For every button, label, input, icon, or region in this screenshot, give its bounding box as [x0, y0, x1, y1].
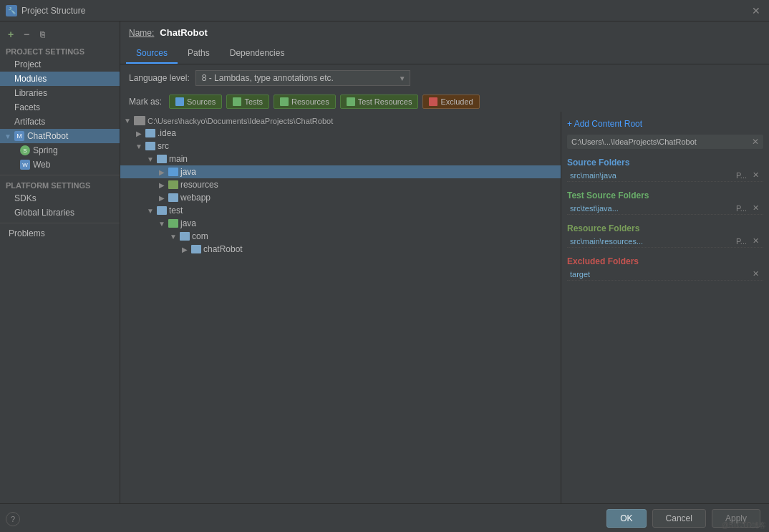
test-resources-icon [347, 97, 355, 106]
sidebar-item-modules[interactable]: Modules [0, 72, 120, 86]
tab-paths[interactable]: Paths [178, 44, 220, 64]
tab-dependencies[interactable]: Dependencies [220, 44, 295, 64]
root-expand-arrow: ▼ [123, 117, 132, 125]
content-root-path: C:\Users\...\IdeaProjects\ChatRobot [571, 137, 697, 146]
test-expand-arrow: ▼ [146, 206, 155, 215]
sources-icon [175, 97, 184, 106]
tree-node-resources[interactable]: ▶ resources [120, 178, 561, 191]
cancel-button[interactable]: Cancel [652, 509, 706, 528]
test-java-folder-icon [168, 219, 178, 228]
language-level-wrapper: 8 - Lambdas, type annotations etc. ▼ [195, 70, 410, 86]
sidebar-item-global-libraries[interactable]: Global Libraries [0, 205, 120, 220]
source-folders-title: Source Folders [567, 156, 763, 169]
source-folders-section: Source Folders src\main\java P... ✕ [567, 156, 763, 182]
tree-node-src[interactable]: ▼ src [120, 140, 561, 153]
web-icon: W [20, 160, 30, 170]
excluded-icon [429, 97, 437, 106]
bottom-bar: ? OK Cancel Apply [0, 503, 769, 532]
resources-icon [280, 97, 289, 106]
tree-node-chatrobot[interactable]: ▶ chatRobot [120, 243, 561, 256]
name-value: ChatRobot [160, 27, 207, 38]
title-bar-text: Project Structure [21, 6, 749, 16]
tree-root[interactable]: ▼ C:\Users\hackyo\Documents\IdeaProjects… [120, 115, 561, 127]
language-level-select[interactable]: 8 - Lambdas, type annotations etc. [195, 70, 410, 86]
source-entry-p-button[interactable]: P... [735, 171, 748, 180]
sidebar-item-sdks[interactable]: SDKs [0, 191, 120, 205]
add-module-button[interactable]: + [4, 28, 17, 41]
main-expand-arrow: ▼ [146, 155, 155, 163]
tests-icon [233, 97, 241, 106]
mark-as-row: Mark as: Sources Tests Resources Test Re… [120, 92, 769, 112]
test-source-folders-section: Test Source Folders src\test\java... P..… [567, 189, 763, 215]
module-icon: M [14, 131, 24, 141]
test-source-entry-close-button[interactable]: ✕ [751, 203, 760, 213]
project-settings-header: Project Settings [0, 44, 120, 57]
test-source-entry-actions: P... ✕ [735, 203, 760, 213]
sidebar-item-problems[interactable]: Problems [0, 226, 120, 241]
excluded-folders-section: Excluded Folders target ✕ [567, 255, 763, 281]
right-panel: + Add Content Root C:\Users\...\IdeaProj… [561, 112, 769, 503]
facet-web[interactable]: W Web [0, 158, 120, 172]
add-content-root-button[interactable]: + Add Content Root [567, 116, 763, 132]
webapp-folder-icon [168, 193, 178, 202]
source-entry-close-button[interactable]: ✕ [751, 170, 760, 180]
tree-node-test[interactable]: ▼ test [120, 204, 561, 217]
root-folder-icon [134, 116, 145, 125]
tree-node-idea[interactable]: ▶ .idea [120, 127, 561, 140]
content-root-header: C:\Users\...\IdeaProjects\ChatRobot ✕ [567, 135, 763, 149]
idea-folder-icon [145, 129, 155, 137]
sidebar-item-artifacts[interactable]: Artifacts [0, 115, 120, 129]
mark-as-test-resources-button[interactable]: Test Resources [340, 95, 419, 109]
help-button[interactable]: ? [6, 512, 20, 526]
tree-node-main[interactable]: ▼ main [120, 153, 561, 165]
idea-expand-arrow: ▶ [135, 129, 143, 137]
chatrobot-folder-icon [191, 245, 201, 253]
resource-entry-p-button[interactable]: P... [735, 237, 748, 246]
copy-module-button[interactable]: ⎘ [36, 28, 49, 41]
split-pane: ▼ C:\Users\hackyo\Documents\IdeaProjects… [120, 112, 769, 503]
platform-settings-header: Platform Settings [0, 178, 120, 191]
sidebar-item-project[interactable]: Project [0, 57, 120, 72]
spring-icon: S [20, 145, 30, 155]
tree-node-test-java[interactable]: ▼ java [120, 217, 561, 230]
resource-folders-title: Resource Folders [567, 222, 763, 235]
remove-module-button[interactable]: − [20, 28, 33, 41]
ok-button[interactable]: OK [606, 509, 646, 528]
test-folder-icon [157, 206, 167, 215]
src-folder-icon [145, 142, 155, 150]
resource-folders-section: Resource Folders src\main\resources... P… [567, 222, 763, 248]
sidebar-toolbar: + − ⎘ [0, 24, 120, 44]
content-root-close-button[interactable]: ✕ [752, 137, 759, 147]
excluded-entry-close-button[interactable]: ✕ [751, 269, 760, 279]
sidebar-item-libraries[interactable]: Libraries [0, 86, 120, 100]
java-expand-arrow: ▶ [158, 168, 166, 176]
com-folder-icon [180, 232, 190, 241]
tab-sources[interactable]: Sources [126, 44, 178, 64]
file-tree: ▼ C:\Users\hackyo\Documents\IdeaProjects… [120, 112, 561, 503]
title-bar: 🔧 Project Structure ✕ [0, 0, 769, 21]
facet-spring[interactable]: S Spring [0, 143, 120, 158]
resource-entry-close-button[interactable]: ✕ [751, 236, 760, 246]
name-row: Name: ChatRobot [120, 21, 769, 44]
excluded-entry-actions: ✕ [751, 269, 760, 279]
watermark: @51CTO博客 [722, 521, 766, 531]
sidebar-item-facets[interactable]: Facets [0, 100, 120, 115]
chatrobot-expand-arrow: ▶ [180, 245, 189, 253]
tree-node-java[interactable]: ▶ java [120, 165, 561, 178]
tree-node-com[interactable]: ▼ com [120, 230, 561, 243]
close-button[interactable]: ✕ [749, 4, 763, 18]
tree-node-webapp[interactable]: ▶ webapp [120, 191, 561, 204]
resources-expand-arrow: ▶ [158, 180, 166, 189]
test-source-entry-p-button[interactable]: P... [735, 204, 748, 213]
src-expand-arrow: ▼ [135, 142, 143, 150]
app-icon: 🔧 [6, 5, 17, 16]
java-folder-icon [168, 168, 178, 176]
mark-as-sources-button[interactable]: Sources [169, 95, 222, 109]
mark-as-excluded-button[interactable]: Excluded [422, 95, 479, 109]
mark-as-resources-button[interactable]: Resources [274, 95, 336, 109]
excluded-folders-title: Excluded Folders [567, 255, 763, 268]
mark-as-tests-button[interactable]: Tests [226, 95, 269, 109]
main-folder-icon [157, 155, 167, 163]
module-chatrobot[interactable]: ▼ M ChatRobot [0, 129, 120, 143]
source-entry-actions: P... ✕ [735, 170, 760, 180]
